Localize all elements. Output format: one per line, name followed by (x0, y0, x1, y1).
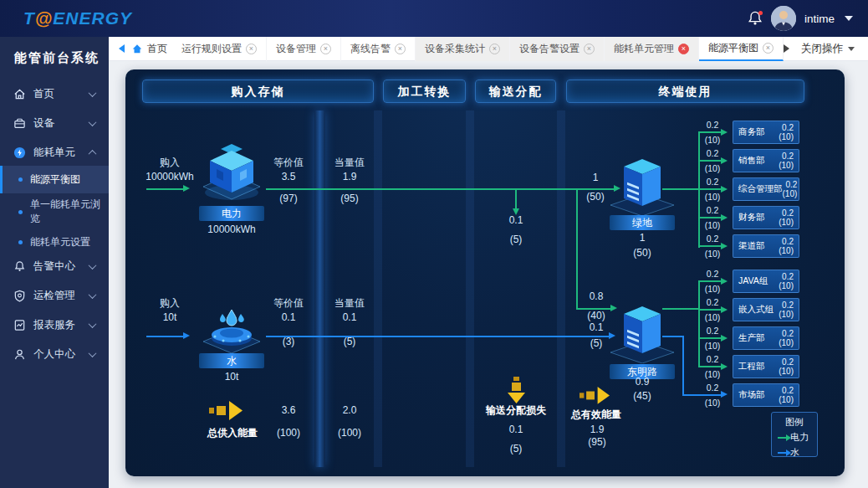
tab-unit-mgmt[interactable]: 能耗单元管理× (605, 37, 699, 61)
tab-run-rules[interactable]: 运行规则设置× (172, 37, 267, 61)
purchase-value: 10t (148, 312, 191, 323)
energy-balance-panel: 购入存储 加工转换 输送分配 终端使用 (125, 69, 845, 476)
user-menu-caret-icon[interactable] (845, 16, 853, 21)
legend-electric-arrow-icon (778, 437, 787, 439)
dept-box[interactable]: 财务部 0.2(10) (733, 206, 799, 229)
app-logo: T@ENERGY (23, 8, 132, 28)
dept-value: 0.2 (782, 123, 794, 132)
dept-flow-value: 0.2 (694, 120, 731, 130)
building-icon-greensite (607, 157, 677, 216)
column-divider-bar (314, 110, 325, 467)
equivalent-pct: (97) (267, 193, 310, 204)
tab-energy-balance[interactable]: 能源平衡图× (699, 37, 784, 61)
dept-box[interactable]: 商务部 0.2(10) (733, 121, 799, 144)
node-label-water[interactable]: 水 (199, 353, 264, 368)
dept-arrow-line (699, 245, 722, 247)
sidebar-item-label: 报表服务 (33, 318, 89, 332)
bullet-icon (18, 240, 23, 244)
dept-pct: (10) (779, 310, 794, 319)
sidebar-item-devices[interactable]: 设备 (0, 112, 109, 134)
section-header-purchase-storage: 购入存储 (142, 80, 374, 103)
dept-arrow-line (699, 366, 722, 367)
dept-box[interactable]: JAVA组 0.2(10) (733, 270, 799, 293)
shield-gear-icon (13, 290, 26, 302)
dept-box[interactable]: 销售部 0.2(10) (733, 149, 799, 172)
sidebar-item-label: 个人中心 (33, 347, 89, 362)
sidebar-subitem-energy-balance[interactable]: 能源平衡图 (0, 166, 109, 193)
tab-close-icon[interactable]: × (395, 44, 406, 54)
tab-close-icon[interactable]: × (246, 44, 257, 54)
dept-flow-pct: (10) (694, 312, 731, 322)
dept-box[interactable]: 生产部 0.2(10) (733, 326, 799, 350)
sidebar-item-energy-unit[interactable]: 能耗单元 (0, 141, 109, 163)
dept-name: 工程部 (738, 361, 765, 372)
tab-home[interactable]: 首页 (131, 42, 167, 56)
supply-total-label: 总供入能量 (199, 428, 266, 439)
dept-box[interactable]: 渠道部 0.2(10) (733, 234, 799, 258)
notification-bell-icon[interactable] (748, 11, 763, 26)
dept-arrow-line (699, 309, 722, 311)
standard-value: 1.9 (328, 172, 371, 182)
electric-cube-icon (195, 141, 268, 204)
legend: 图例 电力 水 (771, 412, 818, 457)
sidebar-item-personal-center[interactable]: 个人中心 (0, 343, 109, 365)
chevron-down-icon (89, 118, 97, 126)
tab-offline-alarm[interactable]: 离线告警× (341, 37, 416, 61)
drop-value: 0.1 (494, 215, 538, 226)
dept-flow-pct: (10) (694, 284, 731, 294)
tab-label: 离线告警 (350, 42, 391, 56)
standard-pct: (95) (328, 193, 371, 204)
sidebar-item-home[interactable]: 首页 (0, 83, 109, 105)
tab-alarm-settings[interactable]: 设备告警设置× (510, 37, 605, 61)
tab-close-icon[interactable]: × (489, 44, 500, 54)
standard-pct: (5) (328, 336, 371, 347)
purchase-label: 购入 (148, 298, 191, 309)
tab-device-mgmt[interactable]: 设备管理× (267, 37, 341, 61)
building-icon-dongming (607, 305, 677, 363)
notification-dot (758, 11, 763, 15)
dept-name: JAVA组 (738, 275, 768, 287)
username[interactable]: intime (804, 13, 835, 25)
dept-value: 0.2 (782, 237, 794, 246)
dept-box[interactable]: 综合管理部 0.2(10) (733, 177, 799, 201)
dept-flow-value: 0.2 (694, 383, 731, 393)
dept-box[interactable]: 嵌入式组 0.2(10) (733, 298, 799, 321)
dept-box[interactable]: 工程部 0.2(10) (733, 355, 799, 378)
dept-arrow-line (699, 160, 722, 162)
sidebar-item-report-service[interactable]: 报表服务 (0, 314, 109, 336)
tab-close-icon[interactable]: × (320, 44, 331, 54)
flow-line-water-out (682, 336, 684, 395)
dept-pct: (10) (779, 281, 794, 290)
tab-close-icon[interactable]: × (678, 44, 689, 54)
tabs-scroll-right-icon[interactable] (784, 44, 789, 53)
chevron-down-icon (89, 290, 97, 299)
node-label-greensite[interactable]: 绿地 (610, 215, 675, 230)
avatar[interactable] (771, 6, 796, 31)
tab-close-icon[interactable]: × (763, 43, 774, 54)
legend-row-water: 水 (778, 446, 817, 459)
sidebar-item-ops-management[interactable]: 运检管理 (0, 285, 109, 306)
flow-line-electric (266, 188, 577, 190)
dept-value: 0.2 (782, 152, 794, 161)
sidebar-subitem-single-unit[interactable]: 单一能耗单元浏览 (0, 201, 109, 223)
flow-line-electric (146, 188, 183, 190)
tab-collect-stats[interactable]: 设备采集统计× (416, 37, 510, 61)
dept-value: 0.2 (782, 301, 794, 310)
sidebar-item-alarm-center[interactable]: 告警中心 (0, 255, 109, 277)
tabs-scroll-left-icon[interactable] (119, 44, 125, 53)
sidebar-subitem-unit-settings[interactable]: 能耗单元设置 (0, 231, 109, 253)
dept-box[interactable]: 市场部 0.2(10) (733, 383, 799, 407)
node-label-electric[interactable]: 电力 (199, 206, 264, 221)
sidebar: 能管前台系统 首页 设备 能耗单元 能源平衡图 单一能耗单元浏览 能耗单元设置 (0, 37, 109, 488)
flow-line-water (266, 336, 612, 337)
bullet-icon (18, 177, 23, 182)
flow-line-water-out (682, 394, 722, 396)
dept-arrow-line (699, 280, 722, 282)
tab-close-icon[interactable]: × (584, 44, 595, 54)
tab-label: 设备采集统计 (425, 42, 485, 56)
logo-rest: ENERGY (53, 8, 132, 28)
close-operations-menu[interactable]: 关闭操作 (801, 42, 855, 56)
chevron-down-icon (89, 320, 97, 328)
standard-label: 当量值 (328, 157, 371, 168)
dept-value: 0.2 (782, 386, 794, 395)
